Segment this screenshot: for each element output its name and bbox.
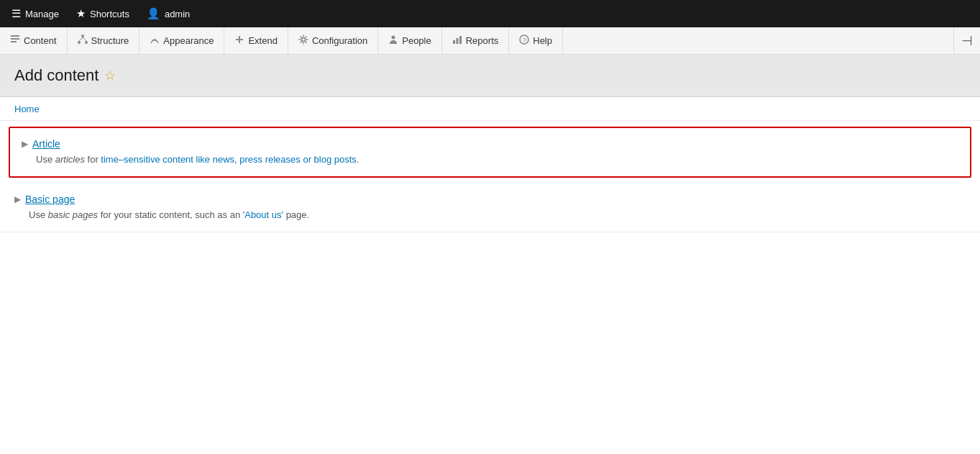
structure-nav-icon bbox=[78, 35, 88, 47]
nav-item-extend[interactable]: Extend bbox=[224, 27, 288, 54]
svg-point-5 bbox=[85, 41, 88, 44]
svg-rect-1 bbox=[11, 38, 19, 40]
nav-help-label: Help bbox=[533, 35, 552, 46]
article-expand-arrow[interactable]: ▶ bbox=[22, 139, 28, 149]
manage-menu-item[interactable]: ☰ Manage bbox=[3, 0, 68, 27]
nav-toggle-button[interactable]: ⊣ bbox=[953, 27, 980, 54]
reports-nav-icon bbox=[452, 35, 462, 47]
svg-rect-0 bbox=[11, 35, 19, 37]
svg-point-10 bbox=[301, 38, 305, 42]
article-content-type: ▶ Article Use articles for time–sensitiv… bbox=[9, 127, 971, 178]
nav-item-configuration[interactable]: Configuration bbox=[288, 27, 378, 54]
svg-rect-12 bbox=[453, 40, 455, 44]
svg-point-3 bbox=[81, 35, 84, 37]
svg-rect-9 bbox=[239, 36, 240, 43]
nav-item-structure[interactable]: Structure bbox=[68, 27, 140, 54]
admin-menu-item[interactable]: 👤 admin bbox=[138, 0, 198, 27]
basic-page-header: ▶ Basic page bbox=[14, 194, 966, 205]
nav-item-people[interactable]: People bbox=[378, 27, 441, 54]
help-nav-icon: ? bbox=[519, 35, 529, 47]
admin-bar: ☰ Manage ★ Shortcuts 👤 admin bbox=[0, 0, 980, 27]
nav-item-appearance[interactable]: Appearance bbox=[139, 27, 224, 54]
favorite-star-icon[interactable]: ☆ bbox=[104, 68, 116, 83]
nav-item-reports[interactable]: Reports bbox=[442, 27, 510, 54]
article-title-link[interactable]: Article bbox=[32, 138, 60, 150]
article-description: Use articles for time–sensitive content … bbox=[36, 153, 958, 166]
svg-rect-2 bbox=[11, 41, 17, 42]
svg-point-4 bbox=[78, 41, 81, 44]
admin-label: admin bbox=[165, 9, 190, 19]
appearance-nav-icon bbox=[150, 35, 160, 47]
content-area: ▶ Article Use articles for time–sensitiv… bbox=[0, 127, 980, 232]
nav-people-label: People bbox=[402, 35, 431, 46]
svg-line-6 bbox=[79, 37, 83, 41]
svg-point-11 bbox=[392, 36, 395, 40]
star-icon: ★ bbox=[76, 7, 86, 20]
configuration-nav-icon bbox=[298, 35, 308, 47]
user-icon: 👤 bbox=[147, 7, 160, 20]
manage-label: Manage bbox=[25, 9, 59, 19]
content-nav-icon bbox=[10, 35, 20, 47]
svg-rect-13 bbox=[456, 38, 458, 44]
extend-nav-icon bbox=[234, 35, 244, 47]
nav-extend-label: Extend bbox=[248, 35, 277, 46]
article-header: ▶ Article bbox=[22, 138, 958, 150]
nav-configuration-label: Configuration bbox=[312, 35, 367, 46]
svg-rect-14 bbox=[459, 36, 462, 44]
nav-reports-label: Reports bbox=[466, 35, 499, 46]
page-header: Add content ☆ bbox=[0, 55, 980, 97]
shortcuts-menu-item[interactable]: ★ Shortcuts bbox=[68, 0, 138, 27]
people-nav-icon bbox=[388, 35, 398, 47]
basic-page-content-type: ▶ Basic page Use basic pages for your st… bbox=[0, 183, 980, 232]
main-nav: Content Structure Appearance Extend Conf… bbox=[0, 27, 980, 55]
basic-page-title-link[interactable]: Basic page bbox=[25, 194, 75, 205]
breadcrumb: Home bbox=[0, 97, 980, 121]
hamburger-icon: ☰ bbox=[12, 7, 21, 20]
shortcuts-label: Shortcuts bbox=[90, 9, 129, 19]
breadcrumb-home-link[interactable]: Home bbox=[14, 104, 40, 114]
basic-page-description: Use basic pages for your static content,… bbox=[29, 209, 966, 222]
svg-line-7 bbox=[83, 37, 86, 41]
svg-text:?: ? bbox=[523, 37, 526, 44]
nav-item-content[interactable]: Content bbox=[0, 27, 68, 54]
nav-content-label: Content bbox=[24, 35, 57, 46]
nav-structure-label: Structure bbox=[91, 35, 129, 46]
nav-item-help[interactable]: ? Help bbox=[509, 27, 563, 54]
page-title: Add content bbox=[14, 66, 99, 85]
nav-appearance-label: Appearance bbox=[163, 35, 214, 46]
basic-page-expand-arrow[interactable]: ▶ bbox=[14, 194, 21, 204]
